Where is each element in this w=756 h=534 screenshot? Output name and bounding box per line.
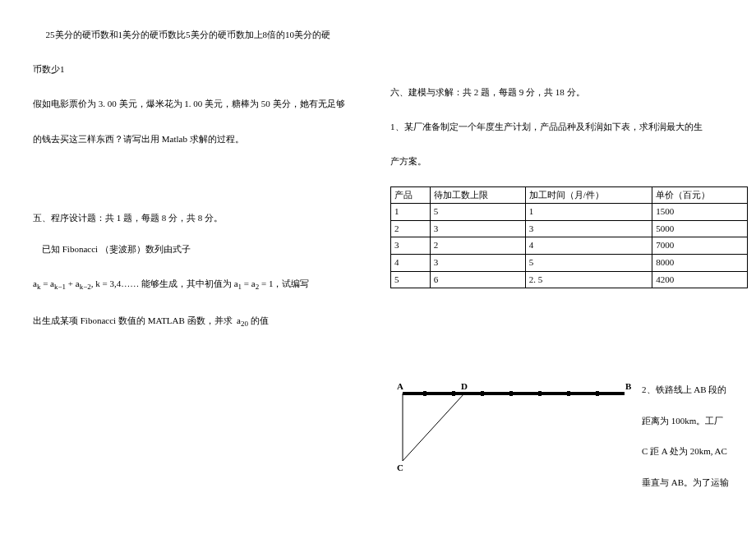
movie-line-1: 假如电影票价为 3. 00 美元，爆米花为 1. 00 美元，糖棒为 50 美分…	[33, 94, 353, 113]
label-d: D	[461, 381, 468, 391]
cell: 1	[525, 204, 652, 221]
cell: 5	[391, 271, 431, 288]
label-c: C	[397, 463, 403, 472]
th-price: 单价（百元）	[652, 186, 748, 204]
table-row: 1511500	[391, 204, 748, 221]
svg-rect-6	[567, 391, 570, 396]
cell: 3	[391, 237, 431, 255]
fib-l3-a: 出生成某项 Fibonacci 数值的 MATLAB 函数，并求	[33, 315, 237, 325]
fib-a20: a20	[237, 315, 248, 325]
th-product: 产品	[391, 186, 431, 204]
cell: 7000	[652, 237, 748, 255]
right-column: 六、建模与求解：共 2 题，每题 9 分，共 18 分。 1、某厂准备制定一个年…	[378, 0, 756, 534]
coin-line-2: 币数少1	[33, 59, 353, 79]
th-time: 加工时间（月/件）	[525, 186, 652, 204]
cell: 4	[525, 237, 652, 255]
table-row: 4358000	[391, 254, 748, 271]
section-5-title: 五、程序设计题：共 1 题，每题 8 分，共 8 分。	[33, 208, 353, 228]
cell: 6	[430, 271, 525, 288]
fib-a20-sub: 20	[241, 320, 248, 328]
product-table: 产品 待加工数上限 加工时间（月/件） 单价（百元） 1511500 23350…	[390, 186, 748, 289]
cell: 3	[430, 254, 525, 271]
cell: 3	[525, 220, 652, 237]
label-a: A	[397, 381, 403, 391]
th-limit: 待加工数上限	[430, 186, 525, 204]
fib-eq2: = a	[242, 279, 256, 288]
section-6-title: 六、建模与求解：共 2 题，每题 9 分，共 18 分。	[390, 82, 748, 102]
movie-line-2: 的钱去买这三样东西？请写出用 Matlab 求解的过程。	[33, 129, 353, 149]
svg-rect-4	[509, 391, 513, 396]
q2-line-3: C 距 A 处为 20km, AC	[642, 440, 748, 463]
cell: 5	[525, 254, 652, 271]
cell: 2	[391, 220, 431, 237]
svg-rect-5	[538, 391, 542, 396]
svg-rect-1	[423, 391, 426, 396]
geometry-figure: A D B C	[390, 379, 637, 482]
fib-end: = 1，试编写	[259, 279, 309, 288]
table-header-row: 产品 待加工数上限 加工时间（月/件） 单价（百元）	[391, 186, 748, 204]
coin-line-1: 25美分的硬币数和1美分的硬币数比5美分的硬币数加上8倍的10美分的硬	[41, 25, 353, 44]
fib-plus: + a	[66, 279, 80, 288]
table-row: 3247000	[391, 237, 748, 255]
cell: 3	[430, 220, 525, 237]
table-row: 562. 54200	[391, 271, 748, 288]
cell: 4200	[652, 271, 748, 288]
fib-rest: , k = 3,4…… 能够生成，其中初值为 a	[91, 279, 238, 288]
q2-line-1: 2、铁路线上 AB 段的	[642, 379, 748, 402]
cell: 5	[430, 204, 525, 221]
fib-sub-km2: k−2	[80, 283, 91, 291]
cell: 2. 5	[525, 271, 652, 288]
svg-rect-7	[596, 391, 599, 396]
fib-line-3: 出生成某项 Fibonacci 数值的 MATLAB 函数，并求 a20 的值	[33, 311, 353, 333]
q1-line-1: 1、某厂准备制定一个年度生产计划，产品品种及利润如下表，求利润最大的生	[390, 117, 748, 136]
cell: 1500	[652, 204, 748, 221]
cell: 1	[391, 204, 431, 221]
svg-rect-2	[452, 391, 455, 396]
svg-line-9	[403, 394, 464, 461]
q1-line-2: 产方案。	[390, 151, 748, 171]
fib-eq1: = a	[40, 279, 54, 288]
svg-rect-3	[481, 391, 484, 396]
q2-text-block: 2、铁路线上 AB 段的 距离为 100km。工厂 C 距 A 处为 20km,…	[642, 379, 748, 502]
cell: 8000	[652, 254, 748, 271]
label-b: B	[625, 381, 632, 391]
fib-l3-c: 的值	[248, 315, 269, 325]
cell: 5000	[652, 220, 748, 237]
q2-line-2: 距离为 100km。工厂	[642, 410, 748, 433]
page: 25美分的硬币数和1美分的硬币数比5美分的硬币数加上8倍的10美分的硬 币数少1…	[0, 0, 756, 534]
q2-line-4: 垂直与 AB。为了运输	[642, 472, 748, 495]
fib-sub-km1: k−1	[54, 283, 66, 291]
cell: 2	[430, 237, 525, 255]
fib-line-1: 已知 Fibonacci （斐波那）数列由式子	[33, 239, 353, 259]
left-column: 25美分的硬币数和1美分的硬币数比5美分的硬币数加上8倍的10美分的硬 币数少1…	[0, 0, 378, 534]
table-row: 2335000	[391, 220, 748, 237]
triangle-diagram-icon: A D B C	[390, 379, 637, 477]
cell: 4	[391, 254, 431, 271]
fib-formula-line: ak = ak−1 + ak−2, k = 3,4…… 能够生成，其中初值为 a…	[33, 274, 353, 296]
